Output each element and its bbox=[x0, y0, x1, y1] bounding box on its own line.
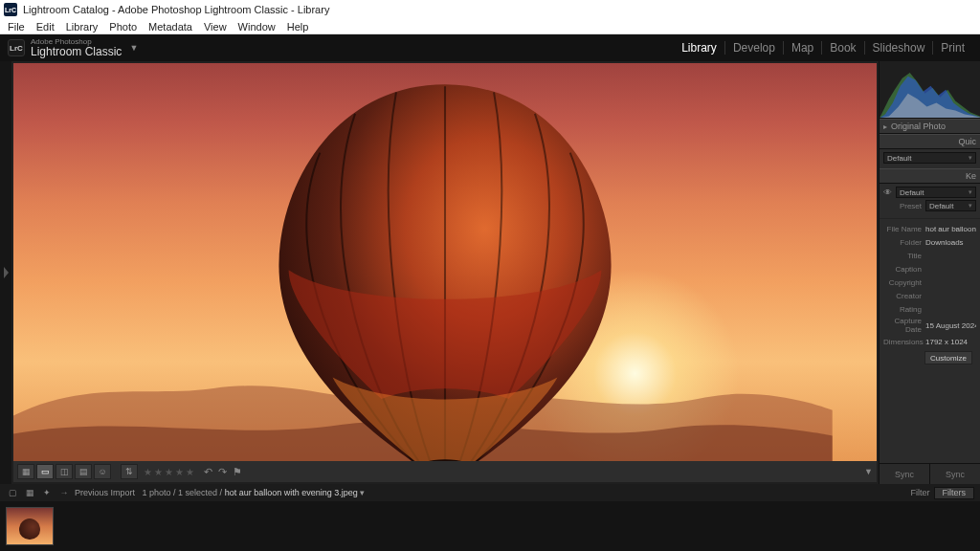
right-panel: ▸Original Photo Quic Default Ke 👁Default… bbox=[879, 61, 980, 484]
star-icon[interactable]: ★ bbox=[144, 467, 152, 477]
rotate-left-icon[interactable]: ↶ bbox=[204, 466, 212, 478]
brand-big: Lightroom Classic bbox=[31, 46, 122, 57]
window-titlebar: LrC Lightroom Catalog - Adobe Photoshop … bbox=[0, 0, 980, 19]
survey-view-button[interactable]: ▤ bbox=[75, 464, 92, 479]
flag-icon[interactable]: ⚑ bbox=[233, 466, 242, 478]
module-print[interactable]: Print bbox=[932, 41, 972, 55]
crumb-filename: hot aur balloon with evening 3.jpeg bbox=[225, 488, 358, 497]
star-icon[interactable]: ★ bbox=[175, 467, 184, 477]
viewer: ▦ ▭ ◫ ▤ ☺ ⇅ ★★★★★ ↶ ↷ ⚑ ▼ bbox=[11, 61, 879, 484]
loupe-view-button[interactable]: ▭ bbox=[36, 464, 54, 479]
filter-label: Filter bbox=[911, 488, 930, 497]
menu-photo[interactable]: Photo bbox=[103, 21, 143, 33]
photo-balloon bbox=[151, 75, 738, 461]
grid-view-button[interactable]: ▦ bbox=[17, 464, 34, 479]
meta-date-label: Capture Date bbox=[883, 317, 925, 334]
filter-preset-dropdown[interactable]: Filters bbox=[934, 487, 975, 499]
meta-dimensions-value: 1792 x 1024 bbox=[925, 338, 976, 346]
menu-metadata[interactable]: Metadata bbox=[143, 21, 198, 33]
crumb-source: Previous Import bbox=[75, 488, 135, 497]
identity-plate-dropdown-icon[interactable]: ▼ bbox=[129, 43, 138, 53]
go-back-icon[interactable]: ✦ bbox=[40, 486, 54, 499]
module-picker: Library Develop Map Book Slideshow Print bbox=[674, 34, 972, 61]
breadcrumb[interactable]: Previous Import 1 photo / 1 selected / h… bbox=[75, 488, 365, 497]
original-photo-label: Original Photo bbox=[891, 121, 946, 131]
meta-title-label: Title bbox=[883, 252, 925, 260]
meta-creator-label: Creator bbox=[883, 292, 925, 300]
window-title: Lightroom Catalog - Adobe Photoshop Ligh… bbox=[23, 4, 329, 15]
preset-field-label: Preset bbox=[883, 202, 925, 210]
filmstrip-header: ▢ ▦ ✦ → Previous Import 1 photo / 1 sele… bbox=[0, 484, 980, 501]
meta-copyright-label: Copyright bbox=[883, 278, 925, 287]
sync-row: Sync Sync bbox=[880, 463, 980, 484]
thumbnail[interactable] bbox=[6, 507, 54, 545]
left-panel-collapse-icon[interactable] bbox=[0, 61, 11, 484]
star-icon[interactable]: ★ bbox=[165, 467, 173, 477]
star-icon[interactable]: ★ bbox=[186, 467, 194, 477]
menu-view[interactable]: View bbox=[198, 21, 233, 33]
window-menubar: File Edit Library Photo Metadata View Wi… bbox=[0, 19, 980, 34]
app-header: LrC Adobe Photoshop Lightroom Classic ▼ … bbox=[0, 34, 980, 61]
metadata-set-dropdown[interactable]: Default bbox=[896, 187, 976, 198]
customize-button[interactable]: Customize bbox=[924, 351, 972, 364]
menu-library[interactable]: Library bbox=[60, 21, 104, 33]
toolbar-menu-icon[interactable]: ▼ bbox=[864, 467, 873, 476]
brand-icon: LrC bbox=[8, 39, 25, 56]
meta-folder-value[interactable]: Downloads bbox=[925, 238, 976, 247]
module-book[interactable]: Book bbox=[821, 41, 863, 55]
menu-help[interactable]: Help bbox=[281, 21, 315, 33]
rotate-right-icon[interactable]: ↷ bbox=[218, 466, 227, 478]
brand-text: Adobe Photoshop Lightroom Classic bbox=[31, 38, 122, 57]
meta-filename-label: File Name bbox=[883, 225, 925, 233]
meta-caption-label: Caption bbox=[883, 265, 925, 274]
grid-filmstrip-icon[interactable]: ▦ bbox=[23, 486, 36, 499]
star-icon[interactable]: ★ bbox=[154, 467, 163, 477]
meta-date-value[interactable]: 15 August 2024 bbox=[925, 321, 976, 330]
people-view-button[interactable]: ☺ bbox=[94, 464, 111, 479]
module-slideshow[interactable]: Slideshow bbox=[864, 41, 933, 55]
meta-dimensions-label: Dimensions bbox=[883, 338, 925, 346]
keywording-header[interactable]: Ke bbox=[880, 168, 980, 184]
app-icon: LrC bbox=[4, 3, 17, 16]
meta-rating-label: Rating bbox=[883, 305, 925, 314]
quick-develop-header[interactable]: Quic bbox=[880, 134, 980, 149]
main-row: ▦ ▭ ◫ ▤ ☺ ⇅ ★★★★★ ↶ ↷ ⚑ ▼ bbox=[0, 61, 980, 484]
image-toolbar: ▦ ▭ ◫ ▤ ☺ ⇅ ★★★★★ ↶ ↷ ⚑ ▼ bbox=[13, 461, 877, 482]
sync-settings-button[interactable]: Sync bbox=[929, 464, 980, 484]
app-root: LrC Adobe Photoshop Lightroom Classic ▼ … bbox=[0, 34, 980, 551]
image-canvas[interactable] bbox=[13, 63, 877, 461]
sort-direction-button[interactable]: ⇅ bbox=[121, 464, 138, 479]
saved-preset-dropdown[interactable]: Default bbox=[883, 152, 976, 164]
eye-icon[interactable]: 👁 bbox=[883, 187, 892, 197]
histogram[interactable] bbox=[880, 61, 980, 119]
quick-develop-label: Quic bbox=[958, 137, 976, 146]
preset-dropdown[interactable]: Default bbox=[925, 200, 976, 211]
menu-file[interactable]: File bbox=[2, 21, 31, 33]
keywording-label: Ke bbox=[966, 171, 976, 181]
menu-window[interactable]: Window bbox=[233, 21, 281, 33]
meta-filename-value[interactable]: hot aur balloon wit 3.jpeg bbox=[925, 225, 976, 233]
original-photo-dropdown[interactable]: ▸Original Photo bbox=[880, 119, 980, 134]
module-map[interactable]: Map bbox=[783, 41, 821, 55]
module-develop[interactable]: Develop bbox=[724, 41, 783, 55]
meta-folder-label: Folder bbox=[883, 238, 925, 247]
go-forward-icon[interactable]: → bbox=[57, 486, 71, 499]
second-window-icon[interactable]: ▢ bbox=[6, 486, 19, 499]
photo-preview bbox=[13, 63, 877, 461]
compare-view-button[interactable]: ◫ bbox=[56, 464, 73, 479]
filmstrip[interactable] bbox=[0, 501, 980, 551]
rating-stars[interactable]: ★★★★★ bbox=[144, 467, 194, 477]
sync-metadata-button[interactable]: Sync bbox=[880, 464, 929, 484]
crumb-count: 1 photo / 1 selected bbox=[143, 488, 218, 497]
module-library[interactable]: Library bbox=[674, 41, 724, 55]
menu-edit[interactable]: Edit bbox=[31, 21, 60, 33]
